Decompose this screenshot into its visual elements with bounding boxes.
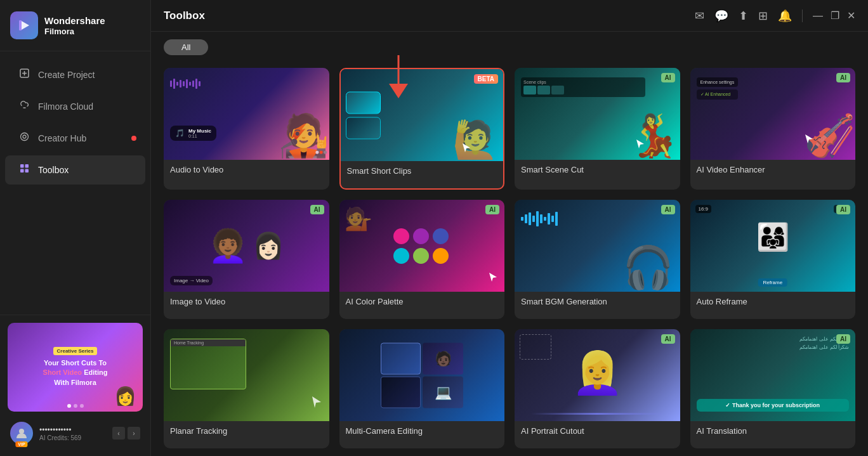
sidebar-item-toolbox[interactable]: Toolbox	[5, 155, 145, 185]
tool-thumb-multi-camera-editing: 🧑🏿 💻	[339, 329, 505, 421]
logo-text: Wondershare Filmora	[44, 15, 105, 36]
svg-rect-8	[25, 164, 29, 168]
tool-label-planar-tracking: Planar Tracking	[164, 421, 329, 442]
svg-rect-28	[521, 217, 523, 221]
tool-card-image-to-video[interactable]: 👩🏾‍🦱 👩🏻 Image → Video AI Image to Video	[164, 200, 329, 319]
tool-card-multi-camera-editing[interactable]: 🧑🏿 💻 Multi-Camera Editing	[339, 329, 505, 448]
badge-ai-scene: AI	[661, 73, 675, 82]
tool-thumb-auto-reframe: 👨‍👩‍👧 16:9 9:16 Reframe AI	[690, 200, 856, 292]
prev-button[interactable]: ‹	[112, 427, 125, 440]
maximize-button[interactable]: ❐	[831, 10, 839, 22]
waveform-audio	[170, 77, 221, 93]
bell-icon[interactable]: 🔔	[778, 9, 792, 23]
close-button[interactable]: ✕	[847, 10, 855, 22]
promo-dots	[67, 404, 84, 408]
filter-tab-all[interactable]: All	[164, 39, 208, 55]
badge-ai-color: AI	[485, 205, 499, 214]
window-controls: — ❐ ✕	[813, 10, 855, 22]
svg-rect-21	[192, 81, 194, 87]
tool-thumb-audio-to-video: 🧑‍🎤 🎵 My Music 0:11	[164, 68, 329, 160]
page-title: Toolbox	[164, 10, 205, 22]
thumb-clips-person: 🙋	[452, 118, 498, 161]
sidebar-label-creator-hub: Creator Hub	[38, 133, 86, 143]
chat-icon[interactable]: 💬	[714, 9, 728, 23]
thumb-image-card: Image → Video	[170, 276, 213, 285]
user-avatar: VIP	[10, 422, 33, 445]
thumb-translation-btn: ✓ Thank you for your subscription	[697, 399, 850, 412]
tool-thumb-planar-tracking: Home Tracking	[164, 329, 329, 421]
sidebar-item-create-project[interactable]: Create Project	[5, 60, 145, 89]
send-icon[interactable]: ✉	[695, 9, 704, 23]
badge-ai-bgm: AI	[661, 205, 675, 214]
user-info: •••••••••••• AI Credits: 569	[39, 426, 106, 441]
tool-card-ai-translation[interactable]: شكراً لكم على اهتمامكم شكراً لكم على اهت…	[690, 329, 856, 448]
tool-card-planar-tracking[interactable]: Home Tracking Planar Tracking	[164, 329, 329, 448]
top-bar: Toolbox ✉ 💬 ⬆ ⊞ 🔔 — ❐ ✕	[151, 0, 868, 32]
tool-thumb-smart-scene-cut: 💃 Scene clips	[515, 68, 680, 160]
promo-character: 👩	[114, 386, 136, 407]
tool-label-smart-bgm-generation: Smart BGM Generation	[515, 292, 680, 313]
svg-marker-27	[489, 273, 497, 282]
svg-rect-22	[195, 79, 197, 89]
thumb-color-swatches	[393, 228, 450, 264]
thumb-person-audio: 🧑‍🎤	[278, 112, 329, 160]
tool-label-auto-reframe: Auto Reframe	[690, 292, 856, 313]
sidebar-label-filmora-cloud: Filmora Cloud	[38, 101, 93, 112]
svg-marker-38	[312, 396, 321, 408]
sidebar-item-creator-hub[interactable]: Creator Hub	[5, 124, 145, 153]
upload-icon[interactable]: ⬆	[739, 9, 748, 23]
svg-rect-32	[536, 211, 539, 226]
top-bar-right: ✉ 💬 ⬆ ⊞ 🔔 — ❐ ✕	[695, 9, 855, 23]
svg-rect-9	[20, 169, 24, 173]
tool-card-smart-short-clips[interactable]: 🙋 BETA Smart Short Clips	[339, 68, 505, 190]
tool-thumb-smart-short-clips: 🙋 BETA	[341, 69, 504, 161]
thumb-image-people: 👩🏾‍🦱 👩🏻	[208, 228, 284, 264]
svg-rect-1	[19, 20, 22, 30]
create-project-icon	[18, 68, 30, 82]
svg-rect-14	[170, 81, 172, 87]
thumb-bgm-person: 🎧	[622, 244, 674, 292]
tool-card-ai-color-palette[interactable]: 💁 AI AI Color Palette	[339, 200, 505, 319]
promo-image: Creative Series Your Short Cuts ToShort …	[8, 323, 143, 412]
thumb-planar-board: Home Tracking	[170, 339, 246, 389]
sidebar-item-filmora-cloud[interactable]: Filmora Cloud	[5, 92, 145, 121]
logo-area: Wondershare Filmora	[0, 0, 150, 51]
tool-card-audio-to-video[interactable]: 🧑‍🎤 🎵 My Music 0:11	[164, 68, 329, 190]
svg-rect-20	[189, 82, 191, 86]
tool-label-smart-short-clips: Smart Short Clips	[341, 161, 504, 182]
grid-icon[interactable]: ⊞	[758, 9, 768, 23]
tool-card-ai-video-enhancer[interactable]: 🎻 Enhance settings ✓ AI Enhanced AI AI V…	[690, 68, 856, 190]
tool-label-image-to-video: Image to Video	[164, 292, 329, 313]
tool-card-auto-reframe[interactable]: 👨‍👩‍👧 16:9 9:16 Reframe AI Auto Reframe	[690, 200, 856, 319]
svg-rect-37	[555, 212, 558, 226]
sidebar: Wondershare Filmora Create Project Filmo…	[0, 0, 151, 456]
tool-card-ai-portrait-cutout[interactable]: 👱‍♀️ AI AI Portrait Cutout	[515, 329, 680, 448]
svg-point-11	[19, 429, 24, 434]
thumb-bgm-waveform	[521, 209, 578, 231]
tool-thumb-ai-video-enhancer: 🎻 Enhance settings ✓ AI Enhanced AI	[690, 68, 856, 160]
creator-hub-icon	[18, 131, 30, 145]
filmora-cloud-icon	[18, 100, 30, 114]
minimize-button[interactable]: —	[813, 10, 823, 22]
svg-rect-18	[183, 81, 185, 86]
thumb-clips-stack	[346, 91, 381, 139]
svg-marker-0	[20, 20, 29, 30]
nav-items: Create Project Filmora Cloud Creator Hub…	[0, 51, 150, 315]
promo-card[interactable]: Creative Series Your Short Cuts ToShort …	[8, 323, 143, 412]
tool-thumb-ai-portrait-cutout: 👱‍♀️ AI	[515, 329, 680, 421]
thumb-reframe-people: 👨‍👩‍👧	[756, 221, 789, 252]
promo-text: Your Short Cuts ToShort Video EditingWit…	[43, 358, 108, 388]
tool-thumb-ai-translation: شكراً لكم على اهتمامكم شكراً لكم على اهت…	[690, 329, 856, 421]
thumb-portrait-line	[531, 413, 663, 415]
tool-card-smart-scene-cut[interactable]: 💃 Scene clips	[515, 68, 680, 190]
user-area: VIP •••••••••••• AI Credits: 569 ‹ ›	[8, 418, 143, 448]
thumb-translation-text: شكراً لكم على اهتمامكم شكراً لكم على اهت…	[697, 335, 850, 352]
thumb-card-audio: 🎵 My Music 0:11	[170, 126, 216, 141]
sidebar-bottom: Creative Series Your Short Cuts ToShort …	[0, 315, 150, 456]
next-button[interactable]: ›	[128, 427, 140, 440]
tool-card-smart-bgm-generation[interactable]: 🎧	[515, 200, 680, 319]
app-name: Wondershare	[44, 15, 105, 27]
sidebar-label-toolbox: Toolbox	[38, 165, 69, 175]
badge-ai-reframe: AI	[836, 205, 850, 214]
svg-rect-17	[180, 80, 181, 88]
